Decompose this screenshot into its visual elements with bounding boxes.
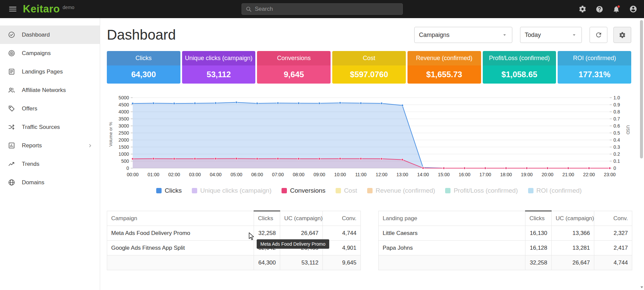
sidebar-item-label: Campaigns — [22, 50, 51, 57]
cell-total-conv: 9,645 — [323, 255, 361, 270]
help-icon[interactable] — [596, 5, 603, 13]
refresh-button[interactable] — [590, 27, 607, 43]
table-row[interactable]: Papa Johns 16,128 13,281 2,417 — [379, 241, 632, 255]
logo[interactable]: Keitaro demo — [23, 3, 74, 15]
date-range-select[interactable]: Today — [520, 27, 582, 43]
metric-label: Unique clicks (campaign) — [182, 51, 256, 65]
legend-label: Conversions — [290, 187, 326, 194]
column-header-conv[interactable]: Conv. — [323, 211, 361, 226]
topbar-actions — [578, 5, 637, 13]
cell-empty — [379, 255, 525, 270]
legend-item-cost[interactable]: Cost — [336, 187, 357, 194]
metric-card-unique-clicks[interactable]: Unique clicks (campaign) 53,112 — [182, 51, 256, 84]
column-header-uc[interactable]: UC (campaign) — [552, 211, 594, 226]
dashboard-controls: Campaigns Today — [414, 27, 631, 43]
column-header-conv[interactable]: Conv. — [594, 211, 632, 226]
scroll-down-arrow[interactable] — [640, 285, 644, 289]
menu-icon[interactable] — [7, 3, 19, 15]
metric-card-cost[interactable]: Cost $597.0760 — [332, 51, 406, 84]
sidebar-item-dashboard[interactable]: Dashboard — [0, 26, 100, 44]
cell-uc: 13,281 — [552, 241, 594, 255]
svg-text:3000: 3000 — [119, 123, 129, 129]
column-header-clicks[interactable]: Clicks — [525, 211, 552, 226]
column-header-clicks[interactable]: Clicks — [254, 211, 280, 226]
svg-text:10:00: 10:00 — [334, 172, 346, 177]
metric-value: $1,058.65 — [483, 65, 556, 84]
table-totals-row: 64,300 53,112 9,645 — [107, 255, 361, 270]
sidebar-item-trends[interactable]: Trends — [0, 155, 100, 173]
legend-item-clicks[interactable]: Clicks — [156, 187, 182, 194]
metric-value: 64,300 — [107, 65, 180, 84]
metric-label: ROI (confirmed) — [558, 51, 631, 65]
table-row[interactable]: Meta Ads Food Delivery Promo 32,258 26,6… — [107, 226, 361, 241]
traffic-chart: Volume or % 0500100015002000250030003500… — [107, 93, 631, 180]
chevron-down-icon — [571, 32, 577, 38]
svg-text:4500: 4500 — [119, 102, 129, 107]
metric-card-revenue[interactable]: Revenue (confirmed) $1,655.73 — [407, 51, 481, 84]
column-header-landing-page[interactable]: Landing page — [379, 211, 525, 226]
sidebar-item-campaigns[interactable]: Campaigns — [0, 44, 100, 62]
metric-card-clicks[interactable]: Clicks 64,300 — [107, 51, 180, 84]
cell-conv: 2,417 — [594, 241, 632, 255]
scrollbar-thumb[interactable] — [640, 20, 643, 158]
cell-conv: 2,327 — [594, 226, 632, 241]
chevron-down-icon — [502, 32, 508, 38]
dashboard-settings-button[interactable] — [613, 27, 631, 43]
grouping-select[interactable]: Campaigns — [414, 27, 512, 43]
metric-label: Profit/Loss (confirmed) — [483, 51, 556, 65]
table-row[interactable]: Little Caesars 16,130 13,366 2,327 — [379, 226, 632, 241]
svg-text:0.9: 0.9 — [613, 102, 620, 107]
column-header-campaign[interactable]: Campaign — [107, 211, 254, 226]
metric-card-profit-loss[interactable]: Profit/Loss (confirmed) $1,058.65 — [483, 51, 556, 84]
trends-icon — [8, 160, 15, 168]
svg-text:00:00: 00:00 — [127, 172, 138, 177]
user-icon[interactable] — [629, 5, 637, 13]
sidebar-item-traffic-sources[interactable]: Traffic Sources — [0, 118, 100, 136]
column-header-uc[interactable]: UC (campaign) — [280, 211, 323, 226]
legend-item-roi[interactable]: ROI (confirmed) — [528, 187, 582, 194]
notifications-icon[interactable] — [612, 5, 620, 13]
svg-text:16:00: 16:00 — [459, 172, 470, 177]
legend-item-revenue[interactable]: Revenue (confirmed) — [367, 187, 435, 194]
sidebar-item-landings-pages[interactable]: Landings Pages — [0, 62, 100, 81]
svg-text:15:00: 15:00 — [438, 172, 450, 177]
settings-icon[interactable] — [578, 5, 587, 13]
sidebar-item-offers[interactable]: Offers — [0, 99, 100, 118]
svg-text:04:00: 04:00 — [210, 172, 221, 177]
svg-text:20:00: 20:00 — [542, 172, 553, 177]
sidebar-item-domains[interactable]: Domains — [0, 173, 100, 192]
svg-text:2500: 2500 — [119, 130, 129, 136]
sidebar-item-reports[interactable]: Reports — [0, 136, 100, 155]
sidebar-item-affiliate-networks[interactable]: Affiliate Networks — [0, 81, 100, 99]
table-header-row: Landing page Clicks UC (campaign) Conv. — [379, 211, 632, 226]
legend-label: Profit/Loss (confirmed) — [454, 187, 518, 194]
cell-clicks: 32,258 — [254, 226, 280, 241]
search-input[interactable] — [255, 6, 399, 12]
metric-value: 53,112 — [182, 65, 256, 84]
sidebar-item-label: Offers — [22, 105, 37, 112]
cell-total-conv: 4,744 — [594, 255, 632, 270]
metric-card-roi[interactable]: ROI (confirmed) 177.31% — [558, 51, 631, 84]
cell-campaign-name: Google Ads Fitness App Split — [107, 241, 254, 255]
cell-total-uc: 53,112 — [280, 255, 323, 270]
legend-label: Revenue (confirmed) — [376, 187, 435, 194]
demo-badge: demo — [62, 5, 74, 10]
svg-text:0.6: 0.6 — [613, 123, 620, 129]
metric-card-conversions[interactable]: Conversions 9,645 — [257, 51, 331, 84]
legend-item-unique-clicks[interactable]: Unique clicks (campaign) — [192, 187, 271, 194]
search-bar[interactable] — [242, 3, 403, 15]
legend-item-profit-loss[interactable]: Profit/Loss (confirmed) — [445, 187, 518, 194]
svg-text:22:00: 22:00 — [583, 172, 595, 177]
svg-text:0.5: 0.5 — [613, 130, 620, 136]
table-header-row: Campaign Clicks UC (campaign) Conv. — [107, 211, 361, 226]
svg-text:1500: 1500 — [119, 144, 129, 150]
metric-value: 9,645 — [257, 65, 331, 84]
legend-item-conversions[interactable]: Conversions — [282, 187, 326, 194]
page-header: Dashboard Campaigns Today — [107, 27, 631, 43]
y-axis-label-right: USD — [626, 125, 631, 134]
svg-text:0.8: 0.8 — [613, 109, 620, 114]
cell-total-clicks: 32,258 — [525, 255, 552, 270]
svg-text:01:00: 01:00 — [147, 172, 159, 177]
sidebar-item-label: Dashboard — [22, 32, 50, 38]
sidebar-item-label: Trends — [22, 161, 39, 167]
